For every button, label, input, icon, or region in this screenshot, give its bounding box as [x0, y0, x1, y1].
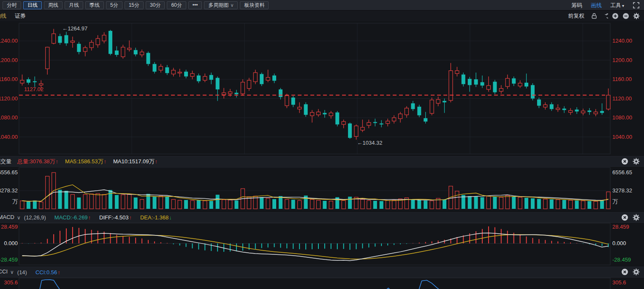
- volume-axis-label: 3278.32: [612, 187, 632, 194]
- up-arrow-icon: ↑: [103, 158, 106, 165]
- cci-value: CCI:0.56: [35, 269, 57, 275]
- macd-panel-controls: [621, 214, 640, 221]
- price-axis-label: 1240.00: [0, 38, 18, 44]
- macd-axis-label: 0.000: [4, 240, 18, 246]
- close-icon[interactable]: [621, 268, 628, 275]
- macd-axis-left: 28.4590.000-28.459: [0, 223, 19, 266]
- up-arrow-icon: ↑: [57, 269, 60, 275]
- volume-ma5: MA5:1586.53万: [65, 158, 103, 165]
- ma-legend-clip: 均线: [0, 12, 6, 20]
- chevron-down-icon[interactable]: ∨: [10, 269, 14, 275]
- zoom-out-icon[interactable]: [622, 13, 629, 19]
- dea-value: DEA:-1.368: [140, 214, 168, 221]
- toolbar-tool-0[interactable]: 筹码: [571, 2, 582, 9]
- cci-params: (14): [17, 269, 27, 275]
- macd-axis-label: -28.459: [612, 257, 631, 263]
- toolbar-tool-1[interactable]: 画线: [591, 2, 602, 9]
- price-axis-label: 1080.00: [612, 114, 632, 121]
- close-icon[interactable]: [621, 158, 628, 165]
- period-toolbar: 分时日线周线月线季线5分15分30分60分•••多周期图∨板块资料 筹码画线工具…: [0, 0, 644, 11]
- volume-axis-label: 6556.65: [0, 169, 18, 176]
- period-tab-1[interactable]: 日线: [23, 1, 42, 9]
- price-axis-label: 1120.00: [612, 95, 632, 102]
- period-tab-7[interactable]: 30分: [146, 1, 165, 9]
- period-tab-6[interactable]: 15分: [125, 1, 144, 9]
- macd-axis-label: 28.459: [612, 224, 629, 230]
- volume-axis-label: 万: [612, 198, 618, 205]
- period-tab-2[interactable]: 周线: [44, 1, 62, 9]
- macd-histogram: [22, 227, 609, 252]
- high-annotation: ←1264.97: [62, 25, 87, 32]
- cci-title: CCI: [0, 268, 8, 275]
- price-axis-label: 1040.00: [0, 134, 18, 140]
- price-axis-label: 1200.00: [0, 57, 18, 63]
- toolbar-right: 筹码画线工具▾: [571, 0, 640, 11]
- volume-axis-left: 6556.653278.32万: [0, 167, 19, 211]
- macd-axis-label: -28.459: [0, 257, 18, 263]
- period-tab-5[interactable]: 5分: [106, 1, 122, 9]
- ref-price-label: 1127.02: [24, 86, 43, 92]
- legend-row: 均线 证券: [0, 11, 644, 21]
- chevron-down-icon: ∨: [230, 3, 234, 8]
- volume-chart[interactable]: [0, 167, 644, 211]
- diff-value: DIFF:-4.503: [99, 214, 128, 221]
- price-axis-label: 1240.00: [612, 38, 632, 44]
- period-tab-0[interactable]: 分时: [3, 1, 21, 9]
- period-tab-10[interactable]: 多周期图∨: [204, 1, 238, 9]
- chart-settings-cluster: 前复权: [568, 11, 640, 21]
- candlestick-series: [20, 29, 610, 140]
- cci-chart[interactable]: [0, 278, 644, 289]
- undo-icon[interactable]: [601, 13, 608, 19]
- cci-title-clip: CCI: [0, 268, 8, 276]
- macd-value: MACD:-6.269: [54, 214, 88, 221]
- macd-params: (12,26,9): [24, 214, 46, 221]
- price-axis-label: 1160.00: [612, 76, 632, 82]
- period-tab-4[interactable]: 季线: [85, 1, 104, 9]
- close-icon[interactable]: [621, 214, 628, 221]
- macd-axis-label: 28.459: [1, 224, 18, 230]
- cci-axis-left: 305.6: [0, 278, 19, 289]
- price-axis-label: 1120.00: [0, 95, 18, 102]
- gear-icon[interactable]: [633, 158, 640, 165]
- fullscreen-icon[interactable]: [633, 2, 640, 9]
- macd-axis-label: 0.000: [612, 240, 626, 246]
- macd-header: MACD ∨ (12,26,9) MACD:-6.269↑ DIFF:-4.50…: [0, 212, 644, 223]
- price-axis-label: 1080.00: [0, 114, 18, 121]
- price-axis-label: 1160.00: [0, 76, 18, 82]
- main-grid: [19, 23, 610, 154]
- volume-axis-label: 6556.65: [612, 169, 632, 176]
- cci-axis-label: 305.6: [4, 279, 18, 286]
- gear-icon[interactable]: [633, 268, 640, 275]
- gear-icon[interactable]: [633, 13, 640, 19]
- up-arrow-icon: ↑: [155, 158, 158, 165]
- adjust-mode-button[interactable]: 前复权: [568, 12, 584, 20]
- period-tab-8[interactable]: 60分: [167, 1, 186, 9]
- chevron-down-icon[interactable]: ∨: [17, 215, 21, 221]
- down-arrow-icon: ↓: [169, 214, 172, 221]
- price-axis-label: 1040.00: [612, 134, 632, 140]
- period-tab-11[interactable]: 板块资料: [240, 1, 269, 9]
- volume-axis-label: 3278.32: [0, 187, 18, 194]
- up-arrow-icon: ↑: [56, 158, 59, 165]
- period-tab-3[interactable]: 月线: [65, 1, 83, 9]
- volume-title: 成交量: [0, 158, 11, 165]
- price-axis-left: 1240.001200.001160.001120.001080.001040.…: [0, 21, 19, 155]
- period-tab-9[interactable]: •••: [188, 1, 202, 9]
- ma-legend-label: 均线: [0, 12, 6, 20]
- macd-title-clip: MACD: [0, 214, 14, 221]
- period-tabs: 分时日线周线月线季线5分15分30分60分•••多周期图∨板块资料: [3, 1, 269, 9]
- gear-icon[interactable]: [633, 214, 640, 221]
- zoom-in-icon[interactable]: [612, 13, 619, 19]
- toolbar-tools: 筹码画线工具▾: [571, 2, 624, 9]
- macd-chart[interactable]: [0, 223, 644, 266]
- volume-total: 总量:3076.38万: [17, 158, 55, 165]
- lock-icon[interactable]: [591, 13, 598, 19]
- cci-line: [38, 280, 66, 289]
- toolbar-tool-2[interactable]: 工具▾: [610, 2, 624, 9]
- cci-panel-controls: [621, 268, 640, 275]
- candlestick-chart[interactable]: ←1264.97←1034.32: [0, 21, 644, 155]
- volume-header: 成交量 总量:3076.38万↑ MA5:1586.53万↑ MA10:1517…: [0, 156, 644, 167]
- volume-axis-label: 万: [12, 198, 18, 205]
- volume-panel-controls: [621, 158, 640, 165]
- volume-ma10: MA10:1517.09万: [113, 158, 155, 165]
